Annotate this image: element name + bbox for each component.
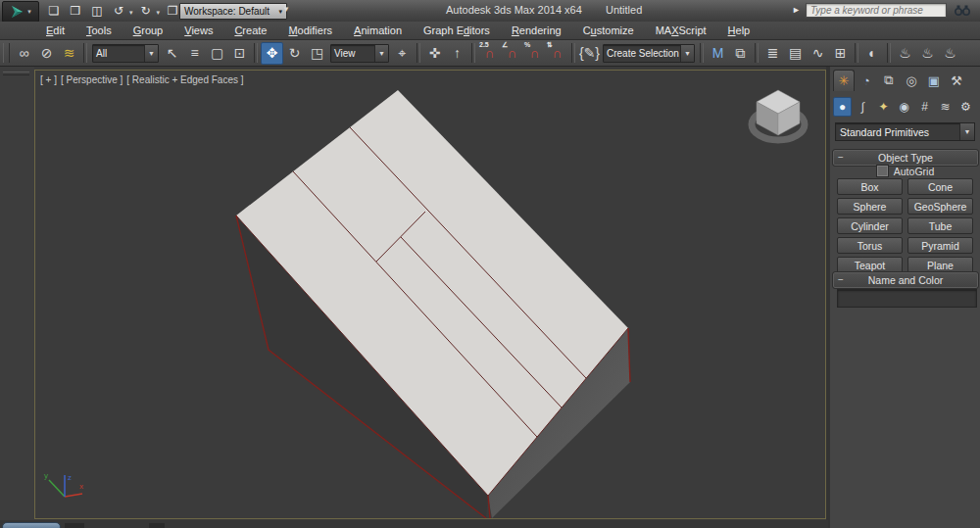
display-tab[interactable]: ▣: [923, 70, 945, 91]
viewcube[interactable]: [741, 84, 815, 149]
cameras-tab[interactable]: ◉: [895, 97, 913, 117]
autogrid-label: AutoGrid: [894, 166, 934, 177]
pyramid-button[interactable]: Pyramid: [907, 237, 973, 254]
workspace-external-arrow-icon[interactable]: ▼: [282, 5, 290, 14]
render-setup-button[interactable]: ♨: [894, 42, 916, 65]
menu-graph-editors[interactable]: Graph Editors: [413, 22, 501, 39]
motion-tab[interactable]: ◎: [901, 70, 922, 91]
menu-animation[interactable]: Animation: [343, 22, 413, 39]
save-file-button[interactable]: ◫: [86, 2, 108, 20]
selection-filter-dropdown[interactable]: All▼: [92, 44, 159, 63]
spinner-snap-toggle-button[interactable]: ∩⇅: [546, 42, 568, 65]
systems-tab[interactable]: ⚙: [956, 97, 975, 117]
use-pivot-point-center-button[interactable]: ⌖: [391, 42, 414, 65]
torus-button[interactable]: Torus: [837, 237, 903, 254]
edit-named-selection-sets-button[interactable]: {✎}: [578, 42, 601, 65]
menu-group[interactable]: Group: [122, 22, 174, 39]
menu-maxscript[interactable]: MAXScript: [645, 22, 717, 39]
plane-button[interactable]: Plane: [907, 257, 973, 273]
workspace-selector[interactable]: Workspace: Default ▾: [179, 3, 287, 20]
select-and-rotate-button[interactable]: ↻: [283, 42, 306, 65]
select-by-name-button[interactable]: ≡: [183, 42, 206, 65]
percent-snap-toggle-button[interactable]: ∩%: [523, 42, 546, 65]
search-binoculars-icon[interactable]: [955, 4, 970, 17]
render-production-button[interactable]: ♨: [939, 42, 961, 65]
select-and-move-button[interactable]: ✥: [261, 42, 283, 65]
mirror-button[interactable]: M: [707, 42, 729, 65]
bind-to-space-warp-button[interactable]: ≋: [58, 42, 80, 65]
dropdown-arrow-icon: ▼: [374, 45, 388, 62]
sphere-button[interactable]: Sphere: [837, 198, 903, 215]
menu-modifiers[interactable]: Modifiers: [277, 22, 343, 39]
cone-button[interactable]: Cone: [907, 178, 973, 195]
name-color-rollout-header[interactable]: − Name and Color: [833, 272, 978, 288]
undo-button[interactable]: ↺: [108, 2, 129, 20]
infocenter-arrow-icon[interactable]: ►: [792, 5, 801, 15]
hierarchy-tab[interactable]: ⧉: [878, 70, 900, 91]
keyboard-shortcut-override-button[interactable]: ↑: [446, 42, 468, 65]
viewport-menu-pov[interactable]: [ Perspective ]: [61, 74, 122, 85]
application-menu-button[interactable]: ▾: [2, 1, 39, 23]
cylinder-button[interactable]: Cylinder: [837, 217, 903, 234]
window-crossing-toggle-button[interactable]: ⊡: [228, 42, 251, 65]
primitive-category-dropdown[interactable]: Standard Primitives ▼: [835, 122, 975, 141]
redo-button[interactable]: ↻: [135, 2, 157, 20]
select-and-link-button[interactable]: ∞: [13, 42, 35, 65]
viewport-canvas[interactable]: [35, 71, 825, 518]
ribbon-toggle-icon: ▤: [789, 45, 802, 61]
toolbar-separator: [755, 43, 759, 63]
select-and-manipulate-button[interactable]: ✜: [423, 42, 446, 65]
space-warps-tab[interactable]: ≋: [936, 97, 955, 117]
rendered-frame-window-button[interactable]: ♨: [916, 42, 939, 65]
rectangular-selection-region-button[interactable]: ▢: [206, 42, 228, 65]
teapot-button[interactable]: Teapot: [837, 257, 903, 273]
unlink-selection-button[interactable]: ⊘: [35, 42, 58, 65]
perspective-viewport[interactable]: [ + ] [ Perspective ] [ Realistic + Edge…: [34, 70, 826, 519]
material-editor-button[interactable]: ◐: [861, 42, 884, 65]
ribbon-toggle-button[interactable]: ▤: [784, 42, 807, 65]
select-and-scale-button[interactable]: ◳: [306, 42, 328, 65]
align-button[interactable]: ⧉: [729, 42, 752, 65]
angle-snap-toggle-button[interactable]: ∩∠: [501, 42, 523, 65]
redo-dropdown-arrow-icon[interactable]: ▾: [157, 9, 161, 17]
infocenter-search-input[interactable]: [806, 3, 947, 18]
geosphere-button[interactable]: GeoSphere: [907, 198, 973, 215]
undo-dropdown-arrow-icon[interactable]: ▾: [129, 9, 133, 17]
helpers-tab[interactable]: #: [915, 97, 934, 117]
dock-grip[interactable]: [3, 72, 29, 75]
time-slider-handle[interactable]: [2, 522, 61, 528]
viewport-menu-shading[interactable]: [ Realistic + Edged Faces ]: [126, 74, 243, 85]
box-button[interactable]: Box: [837, 178, 903, 195]
shapes-tab[interactable]: ∫: [854, 97, 872, 117]
menu-create[interactable]: Create: [223, 22, 277, 39]
viewport-menu-general[interactable]: [ + ]: [40, 74, 57, 85]
lights-tab[interactable]: ✦: [874, 97, 893, 117]
menu-help[interactable]: Help: [717, 22, 761, 39]
open-file-button[interactable]: ❒: [65, 2, 86, 20]
menu-views[interactable]: Views: [173, 22, 223, 39]
menu-customize[interactable]: Customize: [572, 22, 645, 39]
snaps-toggle-2-5-button[interactable]: ∩2.5: [478, 42, 501, 65]
redo-icon: ↻: [140, 4, 150, 18]
schematic-view-button[interactable]: ⊞: [829, 42, 852, 65]
menu-tools[interactable]: Tools: [75, 22, 122, 39]
modify-tab[interactable]: ◔: [856, 70, 877, 91]
tube-button[interactable]: Tube: [907, 217, 973, 234]
named-selection-sets-dropdown[interactable]: Create Selection Se▼: [603, 44, 695, 63]
project-folder-icon: ❐: [168, 4, 178, 18]
toolbar-grip[interactable]: [3, 43, 10, 63]
layer-manager-button[interactable]: ≣: [761, 42, 784, 65]
object-name-input[interactable]: [837, 289, 977, 308]
curve-editor-button[interactable]: ∿: [807, 42, 829, 65]
object-type-rollout-header[interactable]: − Object Type: [833, 150, 978, 166]
reference-coordinate-system-dropdown[interactable]: View▼: [330, 44, 389, 63]
menu-edit[interactable]: Edit: [35, 22, 75, 39]
box-object[interactable]: [236, 90, 630, 518]
geometry-tab[interactable]: ●: [833, 97, 852, 117]
new-file-button[interactable]: ❏: [43, 2, 65, 20]
menu-rendering[interactable]: Rendering: [501, 22, 572, 39]
utilities-tab[interactable]: ⚒: [946, 70, 967, 91]
select-object-button[interactable]: ↖: [161, 42, 183, 65]
autogrid-checkbox[interactable]: [876, 165, 889, 177]
create-tab[interactable]: ✳: [833, 70, 855, 91]
